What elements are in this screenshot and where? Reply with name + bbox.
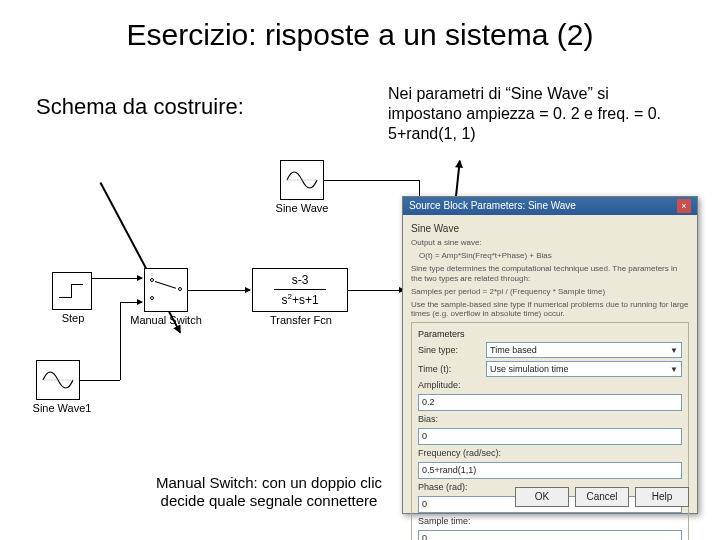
wire	[348, 290, 404, 291]
field-label-amplitude: Amplitude:	[418, 380, 682, 390]
block-transfer-fcn-label: Transfer Fcn	[268, 314, 334, 326]
block-sine-wave[interactable]	[280, 160, 324, 200]
dialog-desc-5: Use the sample-based sine type if numeri…	[411, 300, 689, 318]
schema-subtitle: Schema da costruire:	[36, 94, 244, 120]
block-sine-wave-label: Sine Wave	[262, 202, 342, 214]
field-label-sinetype: Sine type:	[418, 345, 482, 355]
chevron-down-icon: ▼	[670, 365, 678, 374]
field-input-frequency[interactable]: 0.5+rand(1,1)	[418, 462, 682, 479]
note-sine-params: Nei parametri di “Sine Wave” si impostan…	[388, 84, 678, 144]
field-label-frequency: Frequency (rad/sec):	[418, 448, 682, 458]
block-step[interactable]	[52, 272, 92, 310]
tf-numerator: s-3	[292, 273, 309, 287]
field-select-time[interactable]: Use simulation time▼	[486, 361, 682, 377]
wire	[80, 380, 120, 381]
block-manual-switch[interactable]	[144, 268, 188, 312]
wire	[120, 302, 121, 380]
slide-title: Esercizio: risposte a un sistema (2)	[0, 18, 720, 52]
sine-icon	[42, 368, 74, 392]
dialog-desc-output: Output a sine wave:	[411, 238, 689, 247]
field-input-amplitude[interactable]: 0.2	[418, 394, 682, 411]
cancel-button[interactable]: Cancel	[575, 487, 629, 507]
tf-denominator: s2+s+1	[281, 292, 318, 307]
chevron-down-icon: ▼	[670, 346, 678, 355]
block-sine-wave-1-label: Sine Wave1	[30, 402, 94, 414]
dialog-group-label: Parameters	[418, 329, 682, 339]
step-icon	[59, 280, 85, 302]
dialog-desc-2: Sine type determines the computational t…	[411, 264, 689, 282]
close-icon[interactable]: ×	[677, 199, 691, 213]
dialog-title-text: Source Block Parameters: Sine Wave	[409, 197, 576, 215]
field-input-bias[interactable]: 0	[418, 428, 682, 445]
field-select-sinetype[interactable]: Time based▼	[486, 342, 682, 358]
wire	[324, 180, 420, 181]
block-manual-switch-label: Manual Switch	[128, 314, 204, 326]
sine-icon	[286, 168, 318, 192]
block-sine-wave-1[interactable]	[36, 360, 80, 400]
dialog-desc-3: Samples per period = 2*pi / (Frequency *…	[411, 287, 689, 296]
dialog-parameters-group: Parameters Sine type: Time based▼ Time (…	[411, 322, 689, 540]
dialog-heading: Sine Wave	[411, 223, 689, 234]
dialog-button-row: OK Cancel Help	[411, 487, 689, 507]
dialog-formula: O(t) = Amp*Sin(Freq*t+Phase) + Bias	[419, 251, 689, 260]
field-label-time: Time (t):	[418, 364, 482, 374]
ok-button[interactable]: OK	[515, 487, 569, 507]
wire	[120, 302, 142, 303]
block-step-label: Step	[56, 312, 90, 324]
field-input-sample[interactable]: 0	[418, 530, 682, 540]
dialog-titlebar[interactable]: Source Block Parameters: Sine Wave ×	[403, 197, 697, 215]
wire	[92, 278, 142, 279]
note-manual-switch: Manual Switch: con un doppio clic decide…	[134, 474, 404, 510]
block-transfer-fcn[interactable]: s-3 s2+s+1	[252, 268, 348, 312]
manual-switch-icon	[148, 272, 184, 308]
field-label-sample: Sample time:	[418, 516, 682, 526]
wire	[188, 290, 250, 291]
tf-fraction-bar	[274, 289, 326, 290]
help-button[interactable]: Help	[635, 487, 689, 507]
field-label-bias: Bias:	[418, 414, 682, 424]
sine-wave-parameters-dialog[interactable]: Source Block Parameters: Sine Wave × Sin…	[402, 196, 698, 514]
